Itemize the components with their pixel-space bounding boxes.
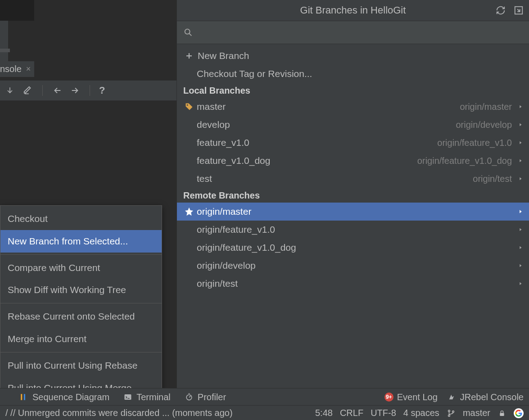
event-log-tool[interactable]: 9+ Event Log: [384, 392, 438, 402]
sequence-diagram-icon: [19, 392, 29, 402]
tag-icon: [183, 102, 195, 111]
editor-tab[interactable]: nsole ×: [0, 61, 34, 77]
google-icon[interactable]: [514, 408, 524, 418]
svg-point-7: [448, 410, 450, 411]
expand-icon[interactable]: [513, 5, 524, 16]
remote-branch-row[interactable]: origin/feature_v1.0_dog: [177, 239, 529, 257]
context-menu-item[interactable]: Show Diff with Working Tree: [0, 279, 162, 301]
panel-title: Git Branches in HelloGit: [300, 5, 406, 16]
svg-rect-4: [24, 394, 25, 400]
profiler-icon: [184, 392, 194, 402]
chevron-right-icon: [515, 140, 523, 146]
local-branch-row[interactable]: feature_v1.0origin/feature_v1.0: [177, 134, 529, 152]
panel-body: New Branch Checkout Tag or Revision... L…: [177, 44, 529, 293]
tracking-branch: origin/feature_v1.0: [437, 138, 512, 148]
tracking-branch: origin/test: [473, 174, 512, 184]
jrebel-icon: [447, 392, 457, 402]
checkout-tag-label: Checkout Tag or Revision...: [197, 68, 312, 79]
svg-point-2: [187, 104, 188, 106]
svg-point-9: [452, 411, 454, 412]
status-branch[interactable]: master: [463, 408, 490, 418]
new-branch-label: New Branch: [198, 50, 249, 61]
status-line-ending[interactable]: CRLF: [340, 408, 363, 418]
local-branch-row[interactable]: masterorigin/master: [177, 98, 529, 116]
branch-name: origin/feature_v1.0: [197, 224, 275, 235]
chevron-right-icon: [515, 262, 523, 269]
tracking-branch: origin/master: [460, 102, 512, 112]
panel-titlebar: Git Branches in HelloGit: [177, 0, 529, 21]
menu-separator: [0, 303, 162, 303]
chevron-right-icon: [515, 122, 523, 128]
branch-name: origin/master: [197, 206, 251, 217]
highlight-icon[interactable]: [23, 85, 33, 96]
menu-separator: [0, 254, 162, 255]
local-branch-row[interactable]: feature_v1.0_dogorigin/feature_v1.0_dog: [177, 152, 529, 170]
svg-rect-3: [21, 394, 22, 400]
svg-point-8: [448, 415, 450, 416]
jrebel-console-tool[interactable]: JRebel Console: [447, 392, 524, 402]
svg-rect-10: [500, 413, 504, 416]
status-message: / // Unmerged commits were discarded ...…: [5, 408, 315, 418]
profiler-tool[interactable]: Profiler: [184, 392, 226, 402]
context-menu-item[interactable]: Checkout: [0, 208, 162, 230]
local-branch-row[interactable]: developorigin/develop: [177, 116, 529, 134]
status-indent[interactable]: 4 spaces: [403, 408, 439, 418]
status-encoding[interactable]: UTF-8: [371, 408, 396, 418]
svg-point-6: [186, 395, 192, 400]
context-menu-item[interactable]: New Branch from Selected...: [0, 230, 162, 253]
status-line-col[interactable]: 5:48: [315, 408, 333, 418]
chevron-right-icon: [515, 244, 523, 251]
branch-name: develop: [197, 119, 230, 130]
sequence-diagram-tool[interactable]: Sequence Diagram: [19, 392, 109, 402]
branch-search-row[interactable]: [177, 21, 529, 44]
chevron-right-icon: [515, 280, 523, 287]
branch-name: origin/develop: [197, 260, 256, 271]
remote-branch-row[interactable]: origin/master: [177, 203, 529, 221]
branch-name: origin/feature_v1.0_dog: [197, 242, 296, 253]
profiler-label: Profiler: [198, 392, 226, 402]
arrow-right-icon[interactable]: [70, 85, 81, 96]
git-branches-panel: Git Branches in HelloGit New Branch Chec…: [176, 0, 529, 388]
remote-branch-row[interactable]: origin/feature_v1.0: [177, 221, 529, 239]
terminal-icon: [123, 392, 133, 402]
console-toolbar: ?: [0, 80, 181, 101]
branch-name: origin/test: [197, 278, 238, 289]
menu-separator: [0, 352, 162, 352]
svg-point-1: [185, 29, 190, 34]
sequence-diagram-label: Sequence Diagram: [32, 392, 109, 402]
refresh-icon[interactable]: [495, 5, 506, 16]
checkout-tag-action[interactable]: Checkout Tag or Revision...: [177, 65, 529, 83]
editor-tab-label: nsole: [0, 64, 22, 74]
tool-window-bar: Sequence Diagram Terminal Profiler 9+ Ev…: [0, 388, 529, 406]
star-icon: [183, 207, 195, 216]
arrow-down-icon[interactable]: [5, 85, 15, 96]
context-menu-item[interactable]: Pull into Current Using Rebase: [0, 354, 162, 377]
close-icon[interactable]: ×: [26, 64, 31, 74]
terminal-tool[interactable]: Terminal: [123, 392, 171, 402]
help-icon[interactable]: ?: [99, 85, 105, 96]
context-menu-item[interactable]: Compare with Current: [0, 257, 162, 279]
terminal-label: Terminal: [136, 392, 171, 402]
branch-name: feature_v1.0_dog: [197, 155, 270, 166]
new-branch-action[interactable]: New Branch: [177, 47, 529, 65]
chevron-right-icon: [515, 104, 523, 110]
local-branch-row[interactable]: testorigin/test: [177, 170, 529, 188]
context-menu-item[interactable]: Merge into Current: [0, 328, 162, 350]
branch-name: master: [197, 101, 226, 112]
chevron-right-icon: [515, 208, 523, 215]
svg-rect-5: [125, 394, 131, 400]
remote-branches-header: Remote Branches: [177, 188, 529, 203]
remote-branch-row[interactable]: origin/develop: [177, 257, 529, 275]
status-bar: / // Unmerged commits were discarded ...…: [0, 405, 529, 420]
jrebel-console-label: JRebel Console: [460, 392, 524, 402]
git-branch-icon[interactable]: [447, 409, 456, 418]
lock-icon[interactable]: [497, 409, 506, 418]
event-count-badge: 9+: [384, 393, 393, 402]
chevron-right-icon: [515, 176, 523, 182]
plus-icon: [183, 52, 195, 60]
branch-name: feature_v1.0: [197, 137, 249, 148]
context-menu-item[interactable]: Rebase Current onto Selected: [0, 305, 162, 328]
remote-branch-row[interactable]: origin/test: [177, 275, 529, 293]
arrow-left-icon[interactable]: [52, 85, 63, 96]
chevron-right-icon: [515, 226, 523, 233]
